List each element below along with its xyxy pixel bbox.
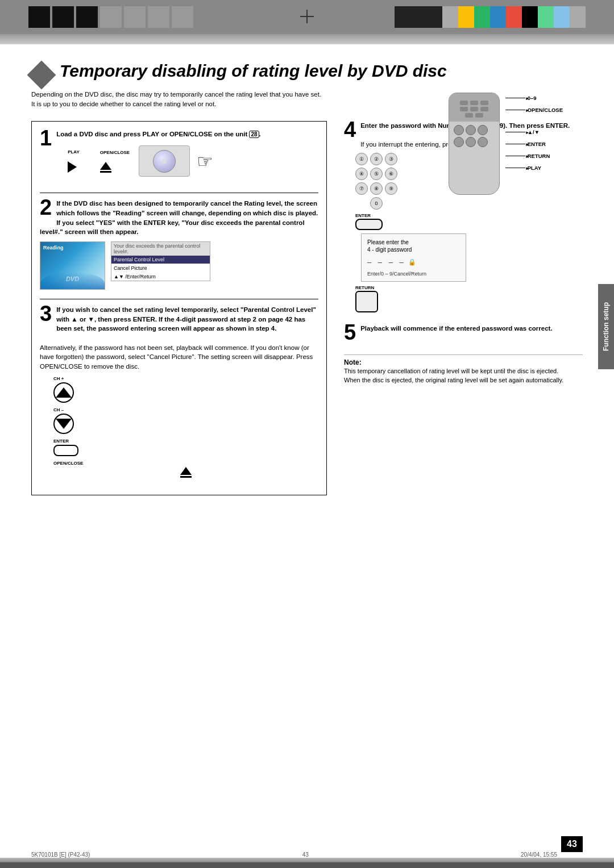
- main-content: 0–9 OPEN/CLOSE ▲/▼ ENTER RETURN PLAY: [0, 44, 614, 512]
- label-return: RETURN: [505, 151, 563, 161]
- num-btn-8[interactable]: ⑧: [370, 182, 383, 195]
- bottom-line-gray: [0, 858, 614, 862]
- num-btn-9[interactable]: ⑨: [385, 182, 397, 195]
- play-icon-group: PLAY: [68, 149, 80, 173]
- eject-triangle-step3: [180, 467, 192, 475]
- label-nav: ▲/▼: [505, 127, 563, 137]
- color-lightblue: [554, 6, 570, 28]
- enter-button-step4[interactable]: [355, 219, 383, 230]
- step-5-text: Playback will commence if the entered pa…: [344, 324, 583, 333]
- step-3-text-normal: Alternatively, if the password has not b…: [40, 344, 313, 370]
- pc-box-disc-exceeds: Your disc exceeds the parental control l…: [111, 242, 210, 256]
- color-black4: [522, 6, 538, 28]
- gray-stripe: [0, 34, 614, 44]
- ch-plus-label: CH +: [53, 376, 318, 381]
- step-1-main-text: Load a DVD disc and press PLAY or OPEN/C…: [56, 131, 261, 137]
- step-3-controls: CH + CH – ENTER OPEN/CLOSE: [53, 376, 318, 478]
- num-btn-5[interactable]: ⑤: [370, 168, 383, 180]
- step-1-text: Load a DVD disc and press PLAY or OPEN/C…: [40, 130, 318, 139]
- remote-small-btn-5: [470, 107, 478, 111]
- divider-1: [40, 193, 318, 193]
- function-setup-text: Function setup: [602, 302, 610, 351]
- step-3-text: If you wish to cancel the set rating lev…: [40, 305, 318, 372]
- step-2-main-text: If the DVD disc has been designed to tem…: [40, 200, 318, 235]
- num-btn-2[interactable]: ②: [370, 153, 383, 165]
- footer-right: 20/4/04, 15:55: [521, 852, 557, 858]
- return-button-step4[interactable]: [355, 291, 378, 312]
- remote-small-btn-3: [480, 101, 488, 105]
- remote-diagram-top: 0–9 OPEN/CLOSE ▲/▼ ENTER RETURN PLAY: [449, 93, 563, 195]
- black-block-1: [28, 6, 50, 28]
- remote-btn-row-2: [460, 107, 488, 111]
- remote-small-btn-2: [470, 101, 478, 105]
- remote-middle: [449, 122, 499, 153]
- parental-control-box: Your disc exceeds the parental control l…: [111, 241, 210, 282]
- step-3: 3 If you wish to cancel the set rating l…: [40, 305, 318, 478]
- note-section: Note: This temporary cancellation of rat…: [344, 354, 583, 385]
- title-diamond: [27, 61, 56, 90]
- arrow-nav: [505, 132, 525, 132]
- bottom-line-dark: [0, 862, 614, 868]
- pc-box-cancel: Cancel Picture: [111, 264, 210, 273]
- color-lightgreen: [538, 6, 554, 28]
- reading-label: Reading: [43, 245, 64, 251]
- color-black2: [410, 6, 426, 28]
- eject-icon: [100, 162, 111, 173]
- password-dashes-row: – – – – 🔒: [367, 256, 460, 269]
- enter-btn-step3[interactable]: [53, 445, 78, 456]
- screen-wave: [40, 272, 105, 289]
- footer-center: 43: [302, 852, 309, 858]
- remote-circle-6: [478, 137, 488, 147]
- remote-small-btn-4: [460, 107, 468, 111]
- dvd-tray-disc: [153, 150, 176, 173]
- remote-circle-1: [454, 125, 464, 135]
- remote-circle-3: [478, 125, 488, 135]
- label-play: PLAY: [505, 162, 563, 173]
- reading-screen-box: Reading DVD: [40, 241, 105, 290]
- arrow-enter: [505, 144, 525, 144]
- eject-icon-group: OPEN/CLOSE: [100, 150, 130, 173]
- divider-2: [40, 299, 318, 299]
- remote-btn-grid: [454, 125, 495, 147]
- pc-box-parental-level: Parental Control Level: [111, 256, 210, 264]
- ch-plus-circle: [53, 382, 74, 403]
- remote-circle-5: [466, 137, 476, 147]
- num-btn-4[interactable]: ④: [355, 168, 368, 180]
- step-2-number: 2: [40, 197, 52, 218]
- hand-icon: ☞: [197, 151, 213, 172]
- black-block-5: [124, 6, 146, 28]
- arrow-open-close: [505, 110, 525, 110]
- black-block-7: [172, 6, 193, 28]
- arrow-play: [505, 168, 525, 168]
- subtitle-block: Depending on the DVD disc, the disc may …: [31, 90, 350, 110]
- black-block-2: [52, 6, 74, 28]
- eject-triangle: [100, 162, 111, 170]
- remote-small-btn-1: [460, 101, 468, 105]
- num-btn-3[interactable]: ③: [385, 153, 397, 165]
- label-enter: ENTER: [505, 139, 563, 149]
- top-header: [0, 0, 614, 34]
- remote-labels-block: 0–9 OPEN/CLOSE ▲/▼ ENTER RETURN PLAY: [505, 93, 563, 174]
- header-crosshair: [300, 10, 314, 25]
- color-green: [474, 6, 490, 28]
- enter-label-step3: ENTER: [53, 439, 318, 444]
- num-btn-0[interactable]: 0: [370, 197, 383, 210]
- num-btn-6[interactable]: ⑥: [385, 168, 397, 180]
- ch-minus-circle: [53, 414, 74, 434]
- note-line1: This temporary cancellation of rating le…: [344, 366, 583, 376]
- color-gray: [442, 6, 458, 28]
- step-4-normal-text: If you interrupt the entering, press: [360, 141, 458, 148]
- text-open-close: OPEN/CLOSE: [528, 105, 563, 115]
- note-line2: When the disc is ejected, the original r…: [344, 375, 583, 385]
- return-btn-area: RETURN: [355, 285, 583, 312]
- remote-small-btn-6: [480, 107, 488, 111]
- step-1: 1 Load a DVD disc and press PLAY or OPEN…: [40, 130, 318, 184]
- step-5-bold-text: Playback will commence if the entered pa…: [360, 325, 552, 332]
- pc-box-nav: ▲▼ /Enter/Return: [111, 273, 210, 281]
- black-block-6: [148, 6, 169, 28]
- eject-bar: [100, 171, 111, 173]
- step-2: 2 If the DVD disc has been designed to t…: [40, 199, 318, 290]
- num-btn-7[interactable]: ⑦: [355, 182, 368, 195]
- step-1-icons: PLAY OPEN/CLOSE: [56, 142, 318, 180]
- num-btn-1[interactable]: ①: [355, 153, 368, 165]
